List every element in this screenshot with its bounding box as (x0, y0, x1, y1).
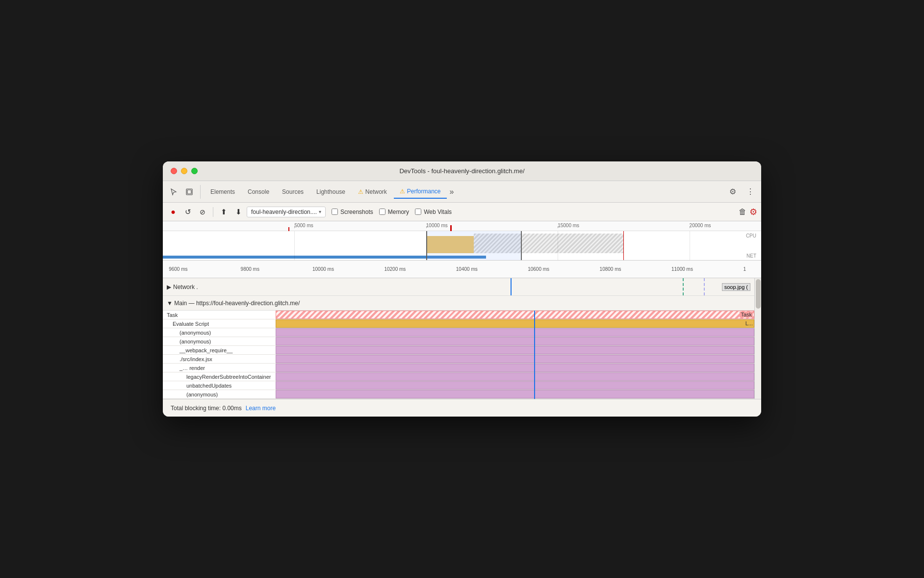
anon1-bar-col (276, 328, 754, 337)
track-ruler-row: 9600 ms 9800 ms 10000 ms 10200 ms 10400 … (163, 261, 761, 278)
network-track-label: ▶ Network . (167, 284, 231, 290)
ruler-tick-20000: 20000 ms (690, 223, 711, 228)
screenshots-checkbox[interactable] (332, 209, 338, 215)
flame-row-src: ./src/index.jsx (163, 355, 754, 364)
flame-row-task: Task Task (163, 311, 754, 319)
tick-10400: 10400 ms (456, 266, 478, 272)
net-label: NET (746, 253, 756, 259)
dropdown-arrow-icon: ▾ (319, 209, 321, 214)
task-label: Task (163, 311, 276, 319)
vertical-guide-4 (690, 231, 690, 261)
layers-icon[interactable] (182, 185, 196, 199)
red-vertical-line (623, 231, 624, 261)
tab-console[interactable]: Console (242, 185, 275, 198)
anon3-label: (anonymous) (163, 390, 276, 398)
maximize-button[interactable] (191, 168, 198, 174)
screenshots-checkbox-label[interactable]: Screenshots (332, 209, 373, 215)
unbatched-bar (276, 381, 754, 390)
flame-row-evaluate: Evaluate Script L... (163, 319, 754, 328)
src-bar (276, 355, 754, 363)
url-dropdown[interactable]: foul-heavenly-direction.... ▾ (247, 207, 326, 217)
cursor-icon[interactable] (167, 185, 180, 199)
webpack-bar (276, 346, 754, 354)
tab-performance[interactable]: ⚠ Performance (394, 185, 447, 199)
performance-toolbar: ● ↺ ⊘ ⬆ ⬇ foul-heavenly-direction.... ▾ … (163, 203, 761, 221)
refresh-record-button[interactable]: ↺ (181, 206, 194, 218)
network-bar-area: soop.jpg ( (231, 278, 750, 295)
flame-row-webpack: __webpack_require__ (163, 346, 754, 355)
dashed-line-1 (683, 278, 684, 295)
upload-profile-button[interactable]: ⬆ (217, 206, 230, 218)
status-bar: Total blocking time: 0.00ms Learn more (163, 399, 761, 417)
anon3-bar (276, 390, 754, 398)
render-bar-col (276, 364, 754, 372)
title-bar: DevTools - foul-heavenly-direction.glitc… (163, 161, 761, 181)
devtools-window: DevTools - foul-heavenly-direction.glitc… (163, 161, 761, 417)
flame-row-render: _… render (163, 364, 754, 372)
tab-list: Elements Console Sources Lighthouse ⚠ Ne… (205, 185, 726, 199)
vertical-guide-1 (294, 231, 295, 261)
tab-overflow-button[interactable]: » (448, 185, 456, 198)
delete-recording-button[interactable]: 🗑 (739, 208, 746, 216)
render-bar (276, 364, 754, 372)
anon2-label: (anonymous) (163, 337, 276, 345)
memory-checkbox[interactable] (379, 209, 385, 215)
tab-lighthouse[interactable]: Lighthouse (310, 185, 351, 198)
marker-red-2 (450, 225, 452, 231)
performance-settings-icon[interactable]: ⚙ (749, 207, 757, 217)
minimize-button[interactable] (181, 168, 187, 174)
evaluate-script-label: Evaluate Script (163, 319, 276, 328)
timeline-chart-area: CPU NET (163, 231, 761, 261)
close-button[interactable] (171, 168, 177, 174)
toolbar-separator-1 (213, 207, 213, 217)
task-bar: Task (276, 311, 754, 319)
tab-network[interactable]: ⚠ Network (352, 185, 393, 198)
selection-overlay (426, 231, 522, 261)
settings-icon[interactable]: ⚙ (726, 185, 740, 199)
src-bar-col (276, 355, 754, 363)
memory-checkbox-label[interactable]: Memory (379, 209, 409, 215)
tick-9600: 9600 ms (169, 266, 187, 272)
anon1-label: (anonymous) (163, 328, 276, 337)
tab-bar: Elements Console Sources Lighthouse ⚠ Ne… (163, 181, 761, 203)
eval-right-label: L... (745, 320, 753, 326)
tab-elements[interactable]: Elements (205, 185, 241, 198)
timeline-overview[interactable]: 5000 ms 10000 ms 15000 ms 20000 ms CPU N… (163, 221, 761, 261)
main-content-area: ▶ Network . soop.jpg ( ▼ Main — https://… (163, 278, 761, 399)
marker-red-1 (288, 227, 289, 231)
anon2-bar-col (276, 337, 754, 345)
webvitals-checkbox-label[interactable]: Web Vitals (415, 209, 452, 215)
flame-row-anon1: (anonymous) (163, 328, 754, 337)
record-button[interactable]: ● (167, 206, 180, 218)
window-title: DevTools - foul-heavenly-direction.glitc… (399, 167, 524, 175)
triangle-right-icon: ▶ (167, 284, 171, 290)
tick-9800: 9800 ms (241, 266, 259, 272)
anon3-bar-col (276, 390, 754, 398)
download-profile-button[interactable]: ⬇ (232, 206, 245, 218)
tick-10000: 10000 ms (312, 266, 334, 272)
tick-11000: 11000 ms (671, 266, 693, 272)
svg-rect-1 (187, 190, 191, 194)
tick-10600: 10600 ms (528, 266, 549, 272)
webpack-label: __webpack_require__ (163, 346, 276, 354)
network-warn-icon: ⚠ (358, 188, 363, 195)
legacy-bar (276, 372, 754, 381)
main-thread-header: ▼ Main — https://foul-heavenly-direction… (163, 296, 754, 311)
flame-row-unbatched: unbatchedUpdates (163, 381, 754, 390)
tab-sources[interactable]: Sources (276, 185, 309, 198)
learn-more-link[interactable]: Learn more (246, 405, 276, 412)
unbatched-label: unbatchedUpdates (163, 381, 276, 390)
webvitals-checkbox[interactable] (415, 209, 421, 215)
network-track-row: ▶ Network . soop.jpg ( (163, 278, 754, 296)
render-label: _… render (163, 364, 276, 372)
flame-chart-content: ▶ Network . soop.jpg ( ▼ Main — https://… (163, 278, 754, 399)
vertical-scrollbar[interactable] (754, 278, 761, 399)
clear-button[interactable]: ⊘ (196, 206, 209, 218)
ruler-tick-10000: 10000 ms (426, 223, 448, 228)
more-options-icon[interactable]: ⋮ (744, 185, 757, 199)
scrollbar-thumb[interactable] (756, 279, 761, 309)
blue-cursor-line (534, 311, 535, 399)
evaluate-bar-col: L... (276, 319, 754, 328)
tick-11plus: 1 (743, 266, 746, 272)
webpack-bar-col (276, 346, 754, 354)
